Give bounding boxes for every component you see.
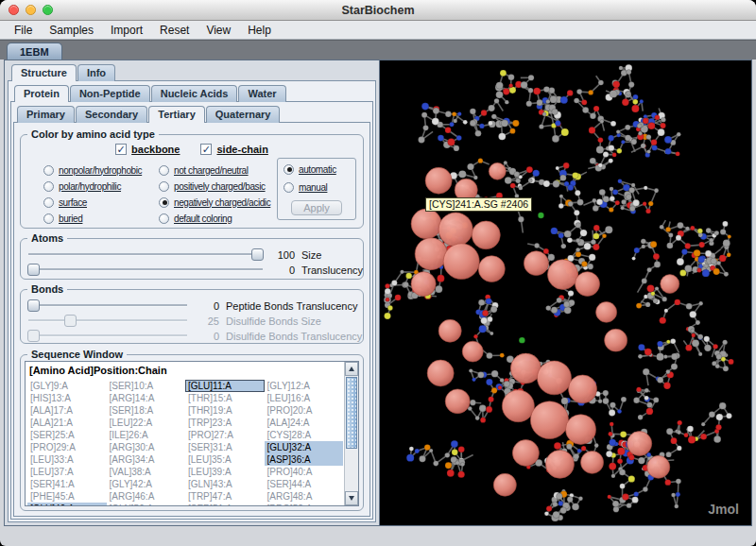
- slider-track[interactable]: [26, 299, 189, 313]
- sequence-cell[interactable]: [SER]51:A: [185, 503, 265, 505]
- sequence-cell[interactable]: [SER]18:A: [107, 404, 186, 417]
- zoom-button[interactable]: [43, 5, 53, 15]
- radio-manual[interactable]: manual: [284, 181, 350, 193]
- sequence-cell[interactable]: [GLU]32:A: [265, 441, 344, 453]
- tab-nucleic-acids[interactable]: Nucleic Acids: [151, 85, 238, 102]
- document-tab-1ebm[interactable]: 1EBM: [7, 43, 62, 60]
- sequence-cell[interactable]: [ALA]24:A: [265, 417, 344, 429]
- scrollbar-thumb[interactable]: [346, 377, 357, 449]
- radio-dot: [159, 181, 169, 192]
- close-button[interactable]: [9, 5, 19, 15]
- sequence-cell[interactable]: [ASP]36:A: [265, 453, 344, 466]
- radio-positively-charged-basic[interactable]: positively charged/basic: [159, 180, 270, 192]
- sequence-cell[interactable]: [GLU]49:A: [27, 503, 107, 505]
- tab-primary[interactable]: Primary: [17, 106, 75, 123]
- molecule-render[interactable]: [380, 60, 751, 525]
- sequence-cell[interactable]: [GLY]9:A: [27, 380, 107, 392]
- checkbox-label: backbone: [131, 144, 180, 155]
- radio-surface[interactable]: surface: [43, 196, 142, 208]
- slider-track[interactable]: [26, 263, 265, 277]
- radio-default-coloring[interactable]: default coloring: [159, 213, 270, 224]
- radio-negatively-charged-acidic[interactable]: negatively charged/acidic: [159, 196, 270, 208]
- scroll-up-button[interactable]: [345, 362, 358, 376]
- sequence-cell[interactable]: [LEU]33:A: [27, 453, 107, 466]
- menu-samples[interactable]: Samples: [41, 21, 102, 40]
- sequence-cell[interactable]: [PRO]52:A: [265, 503, 344, 505]
- tab-secondary[interactable]: Secondary: [76, 106, 147, 123]
- sequence-cell[interactable]: [GLN]43:A: [185, 478, 265, 490]
- radio-nonpolar-hydrophobic[interactable]: nonpolar/hydrophobic: [43, 164, 142, 176]
- sequence-cell[interactable]: [TRP]47:A: [185, 490, 265, 503]
- tab-info[interactable]: Info: [77, 64, 115, 81]
- tab-protein[interactable]: Protein: [14, 85, 69, 102]
- menu-view[interactable]: View: [198, 21, 239, 40]
- slider-thumb[interactable]: [27, 299, 40, 312]
- sequence-cell[interactable]: [ALA]21:A: [27, 417, 107, 429]
- panel-title: Sequence Window: [27, 349, 127, 360]
- radio-polar-hydrophilic[interactable]: polar/hydrophilic: [43, 180, 142, 192]
- sequence-cell[interactable]: [VAL]38:A: [107, 466, 186, 478]
- checkbox-backbone[interactable]: ✓backbone: [115, 144, 180, 155]
- sequence-cell[interactable]: [ARG]30:A: [107, 441, 186, 453]
- minimize-button[interactable]: [26, 5, 36, 15]
- sequence-cell[interactable]: [LEU]35:A: [185, 453, 265, 466]
- sequence-cell[interactable]: [LEU]39:A: [185, 466, 265, 478]
- menu-reset[interactable]: Reset: [151, 21, 198, 40]
- sequence-cell[interactable]: [ARG]46:A: [107, 490, 186, 503]
- sequence-cell[interactable]: [LEU]22:A: [107, 417, 186, 429]
- radio-buried[interactable]: buried: [43, 213, 142, 224]
- tab-non-peptide[interactable]: Non-Peptide: [70, 85, 150, 102]
- sequence-cell[interactable]: [SER]31:A: [185, 441, 265, 453]
- slider-thumb[interactable]: [64, 315, 77, 327]
- slider-disulfide-bonds-size: 25Disulfide Bonds Size: [26, 314, 357, 328]
- menu-help[interactable]: Help: [239, 21, 280, 40]
- tab-structure[interactable]: Structure: [11, 64, 77, 81]
- sequence-cell[interactable]: [TRP]23:A: [185, 417, 265, 429]
- radio-label: polar/hydrophilic: [59, 181, 121, 192]
- radio-not-charged-neutral[interactable]: not charged/neutral: [159, 164, 270, 176]
- sequence-cell[interactable]: [PHE]45:A: [27, 490, 107, 503]
- sequence-cell[interactable]: [PRO]29:A: [27, 441, 107, 453]
- sequence-cell[interactable]: [ARG]34:A: [107, 453, 186, 466]
- scroll-down-button[interactable]: [345, 491, 358, 505]
- sequence-cell[interactable]: [ILE]26:A: [107, 429, 186, 441]
- sequence-cell[interactable]: [GLY]12:A: [265, 380, 344, 392]
- menu-file[interactable]: File: [6, 21, 41, 40]
- sequence-cell[interactable]: [PRO]27:A: [185, 429, 265, 441]
- tab-water[interactable]: Water: [238, 85, 285, 102]
- sequence-cell[interactable]: [ARG]14:A: [107, 392, 186, 404]
- sequence-cell[interactable]: [LEU]37:A: [27, 466, 107, 478]
- menu-import[interactable]: Import: [102, 21, 151, 40]
- sequence-cell[interactable]: [SER]44:A: [265, 478, 344, 490]
- radio-automatic[interactable]: automatic: [284, 163, 350, 175]
- sequence-cell[interactable]: [SER]25:A: [27, 429, 107, 441]
- slider-track[interactable]: [26, 329, 189, 343]
- sequence-cell[interactable]: [THR]15:A: [185, 392, 265, 404]
- slider-thumb[interactable]: [27, 330, 40, 342]
- sequence-cell[interactable]: [THR]19:A: [185, 404, 265, 417]
- sequence-cell[interactable]: [SER]10:A: [107, 380, 186, 392]
- sequence-cell[interactable]: [PRO]20:A: [265, 404, 344, 417]
- tab-tertiary[interactable]: Tertiary: [148, 106, 205, 123]
- slider-track[interactable]: [26, 314, 189, 328]
- jmol-viewer[interactable]: [CYS]241:A.SG #2406 Jmol: [380, 60, 751, 525]
- sequence-cell[interactable]: [LEU]16:A: [265, 392, 344, 404]
- apply-button[interactable]: Apply: [291, 200, 342, 215]
- sequence-cell[interactable]: [ALA]17:A: [27, 404, 107, 417]
- titlebar[interactable]: StarBiochem: [0, 0, 756, 21]
- sequence-cell[interactable]: [GLU]11:A: [185, 380, 265, 392]
- tab-quaternary[interactable]: Quaternary: [206, 106, 281, 123]
- slider-track[interactable]: [26, 247, 265, 262]
- sequence-cell[interactable]: [ARG]48:A: [265, 490, 344, 503]
- radio-label: nonpolar/hydrophobic: [59, 165, 142, 176]
- checkbox-side-chain[interactable]: ✓side-chain: [200, 144, 267, 155]
- sequence-cell[interactable]: [GLY]42:A: [107, 478, 186, 490]
- sequence-cell[interactable]: [GLN]50:A: [107, 503, 186, 505]
- sequence-scrollbar[interactable]: [344, 362, 358, 505]
- sequence-cell[interactable]: [CYS]28:A: [265, 429, 344, 441]
- sequence-cell[interactable]: [HIS]13:A: [27, 392, 107, 404]
- slider-thumb[interactable]: [251, 248, 264, 261]
- slider-thumb[interactable]: [27, 264, 40, 276]
- sequence-cell[interactable]: [PRO]40:A: [265, 466, 344, 478]
- sequence-cell[interactable]: [SER]41:A: [27, 478, 107, 490]
